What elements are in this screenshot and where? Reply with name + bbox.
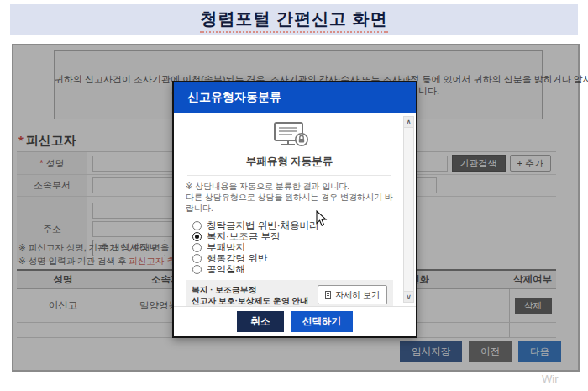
info-box-line2: 신고자 보호·보상제도 운영 안내 xyxy=(192,295,308,306)
cancel-button[interactable]: 취소 xyxy=(237,311,284,332)
watermark-text: Wir xyxy=(542,373,559,385)
scroll-up-icon[interactable]: ∧ xyxy=(404,117,413,128)
radio-icon[interactable] xyxy=(192,221,202,230)
modal-title: 신고유형자동분류 xyxy=(187,90,281,105)
report-type-modal: 신고유형자동분류 부패유형 자동분류 ※ 상담내용을 자동으로 분류한 결과 입… xyxy=(172,81,417,338)
modal-header: 신고유형자동분류 xyxy=(174,82,416,113)
monitor-lock-icon xyxy=(270,121,309,150)
document-icon xyxy=(325,291,331,299)
page-title: 청렴포털 간편신고 화면 xyxy=(200,8,387,33)
radio-icon[interactable] xyxy=(192,265,202,274)
radio-icon[interactable] xyxy=(192,243,202,252)
screen: 청렴포털 간편신고 화면 귀하의 신고사건이 조사기관에 이첩(송부)되는 경우… xyxy=(0,0,588,391)
protection-info-box: 복지 · 보조금부정 신고자 보호·보상제도 운영 안내 자세히 보기 xyxy=(186,280,393,306)
modal-content: 부패유형 자동분류 ※ 상담내용을 자동으로 분류한 결과 입니다. 다른 상담… xyxy=(174,113,403,306)
info-box-line1: 복지 · 보조금부정 xyxy=(192,284,308,295)
report-type-options: 청탁금지법 위반·채용비리 복지·보조금 부정 부패방지 행동강령 위반 공익침… xyxy=(192,220,393,275)
modal-footer: 취소 선택하기 xyxy=(174,306,416,336)
modal-scrollbar[interactable]: ∧ ∨ xyxy=(403,116,414,303)
mouse-cursor xyxy=(316,210,328,227)
modal-subtitle: 부패유형 자동분류 xyxy=(186,155,393,169)
radio-checked-icon[interactable] xyxy=(192,232,202,241)
radio-icon[interactable] xyxy=(192,254,202,263)
detail-view-button[interactable]: 자세히 보기 xyxy=(318,285,387,304)
select-button[interactable]: 선택하기 xyxy=(291,311,353,332)
page-title-bar: 청렴포털 간편신고 화면 xyxy=(10,4,578,35)
modal-note-2: 다른 상담유형으로 상담을 원하시는 경우 변경하시기 바랍니다. xyxy=(186,192,393,214)
radio-option-4[interactable]: 공익침해 xyxy=(192,264,393,275)
divider xyxy=(187,175,391,176)
scroll-down-icon[interactable]: ∨ xyxy=(404,291,413,302)
modal-note-1: ※ 상담내용을 자동으로 분류한 결과 입니다. xyxy=(186,181,393,192)
